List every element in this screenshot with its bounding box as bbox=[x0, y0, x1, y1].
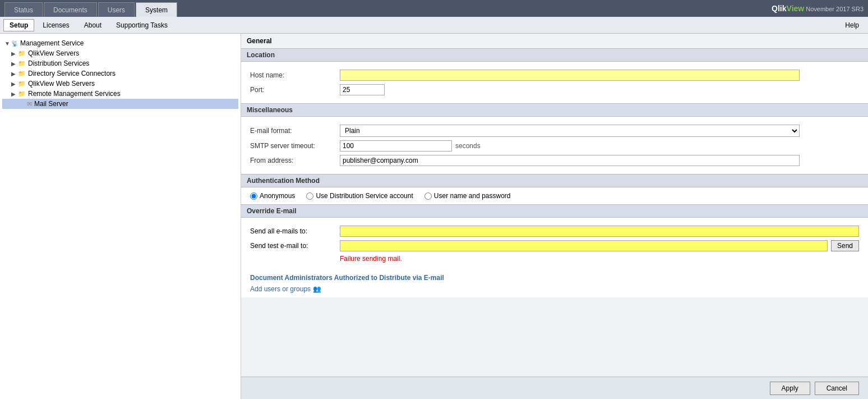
folder-icon-remote-mgmt: 📁 bbox=[18, 90, 26, 98]
location-section-header: Location bbox=[241, 48, 868, 62]
send-all-row: Send all e-mails to: bbox=[250, 226, 859, 237]
folder-icon-qv-servers: 📁 bbox=[18, 50, 26, 57]
brand: QlikView November 2017 SR3 bbox=[772, 4, 864, 13]
smtp-unit: seconds bbox=[455, 142, 481, 150]
doc-admin-title: Document Administrators Authorized to Di… bbox=[250, 274, 859, 282]
hostname-input[interactable] bbox=[340, 70, 800, 81]
tree-expand-remote-mgmt: ▶ bbox=[11, 91, 18, 97]
sub-menu-items: Setup Licenses About Supporting Tasks bbox=[3, 19, 174, 31]
tree-remote-mgmt[interactable]: ▶ 📁 Remote Management Services bbox=[2, 89, 238, 99]
brand-view: View bbox=[787, 4, 805, 13]
from-address-row: From address: bbox=[250, 155, 859, 166]
add-users-icon: 👥 bbox=[313, 285, 321, 293]
main-layout: ▼ 📡 Management Service ▶ 📁 QlikView Serv… bbox=[0, 34, 868, 399]
folder-icon-directory: 📁 bbox=[18, 70, 26, 77]
tree-expand-mail bbox=[20, 101, 27, 107]
tree-distribution[interactable]: ▶ 📁 Distribution Services bbox=[2, 58, 238, 68]
sub-menu-bar: Setup Licenses About Supporting Tasks He… bbox=[0, 17, 868, 34]
port-label: Port: bbox=[250, 86, 340, 94]
misc-form: E-mail format: Plain HTML SMTP server ti… bbox=[241, 117, 868, 174]
send-test-row: Send test e-mail to: Send bbox=[250, 240, 859, 251]
folder-icon-web-servers: 📁 bbox=[18, 80, 26, 88]
failure-text: Failure sending mail. bbox=[250, 255, 859, 263]
email-format-row: E-mail format: Plain HTML bbox=[250, 125, 859, 137]
top-bar: Status Documents Users System QlikView N… bbox=[0, 0, 868, 17]
sub-menu-setup[interactable]: Setup bbox=[3, 19, 34, 31]
folder-icon-distribution: 📁 bbox=[18, 60, 26, 67]
tree-directory-label: Directory Service Connectors bbox=[28, 70, 116, 77]
send-test-input[interactable] bbox=[340, 240, 828, 251]
tree-directory[interactable]: ▶ 📁 Directory Service Connectors bbox=[2, 68, 238, 79]
send-all-label: Send all e-mails to: bbox=[250, 227, 340, 235]
hostname-row: Host name: bbox=[250, 70, 859, 81]
location-form: Host name: Port: bbox=[241, 62, 868, 103]
tab-status[interactable]: Status bbox=[4, 2, 43, 17]
tree-root-label: Management Service bbox=[20, 39, 84, 47]
tree-expand-qv-servers: ▶ bbox=[11, 51, 18, 57]
override-section-header: Override E-mail bbox=[241, 204, 868, 218]
misc-section-header: Miscellaneous bbox=[241, 103, 868, 117]
auth-section-header: Authentication Method bbox=[241, 174, 868, 187]
auth-form: Anonymous Use Distribution Service accou… bbox=[241, 187, 868, 204]
radio-userpass[interactable]: User name and password bbox=[424, 192, 511, 200]
from-address-label: From address: bbox=[250, 157, 340, 164]
tab-system[interactable]: System bbox=[136, 2, 177, 17]
help-link[interactable]: Help bbox=[839, 20, 865, 31]
radio-anonymous-label: Anonymous bbox=[260, 192, 295, 200]
radio-distribution-label: Use Distribution Service account bbox=[316, 192, 413, 200]
email-format-select[interactable]: Plain HTML bbox=[340, 125, 800, 137]
override-form: Send all e-mails to: Send test e-mail to… bbox=[241, 218, 868, 269]
sub-menu-licenses[interactable]: Licenses bbox=[36, 19, 75, 31]
send-all-input[interactable] bbox=[340, 226, 859, 237]
sub-menu-supporting-tasks[interactable]: Supporting Tasks bbox=[110, 19, 174, 31]
sub-menu-about[interactable]: About bbox=[78, 19, 108, 31]
tree-mail-server-label: Mail Server bbox=[34, 100, 68, 108]
tab-documents[interactable]: Documents bbox=[44, 2, 97, 17]
smtp-timeout-label: SMTP server timeout: bbox=[250, 142, 340, 150]
tree-remote-mgmt-label: Remote Management Services bbox=[28, 90, 121, 98]
tree-web-servers[interactable]: ▶ 📁 QlikView Web Servers bbox=[2, 79, 238, 89]
cancel-button[interactable]: Cancel bbox=[815, 382, 859, 395]
content-scroll: General Location Host name: Port: Miscel… bbox=[241, 34, 868, 325]
tree-web-servers-label: QlikView Web Servers bbox=[28, 80, 95, 88]
tree-distribution-label: Distribution Services bbox=[28, 59, 89, 67]
email-format-label: E-mail format: bbox=[250, 127, 340, 135]
general-header: General bbox=[241, 34, 868, 48]
radio-anonymous-input[interactable] bbox=[250, 192, 257, 200]
tree-expand-root: ▼ bbox=[4, 40, 11, 47]
hostname-label: Host name: bbox=[250, 71, 340, 79]
send-test-label: Send test e-mail to: bbox=[250, 242, 340, 250]
brand-qlik: Qlik bbox=[772, 4, 786, 13]
smtp-timeout-row: SMTP server timeout: seconds bbox=[250, 140, 859, 152]
from-address-input[interactable] bbox=[340, 155, 800, 166]
add-users-link[interactable]: Add users or groups 👥 bbox=[250, 285, 859, 293]
port-row: Port: bbox=[250, 84, 859, 95]
add-users-text: Add users or groups bbox=[250, 285, 311, 293]
sidebar: ▼ 📡 Management Service ▶ 📁 QlikView Serv… bbox=[0, 34, 241, 399]
radio-distribution-input[interactable] bbox=[306, 192, 313, 200]
smtp-timeout-input[interactable] bbox=[340, 140, 452, 152]
send-button[interactable]: Send bbox=[831, 240, 859, 251]
content-area: General Location Host name: Port: Miscel… bbox=[241, 34, 868, 399]
tab-users[interactable]: Users bbox=[98, 2, 135, 17]
top-tabs: Status Documents Users System bbox=[4, 0, 178, 17]
doc-admin-section: Document Administrators Authorized to Di… bbox=[241, 269, 868, 297]
tree-root[interactable]: ▼ 📡 Management Service bbox=[2, 38, 238, 48]
tree-expand-web-servers: ▶ bbox=[11, 81, 18, 87]
tree-qv-servers[interactable]: ▶ 📁 QlikView Servers bbox=[2, 48, 238, 58]
tree-qv-servers-label: QlikView Servers bbox=[28, 49, 79, 57]
radio-userpass-label: User name and password bbox=[434, 192, 511, 200]
radio-group: Anonymous Use Distribution Service accou… bbox=[241, 187, 868, 204]
mail-icon: ✉ bbox=[27, 100, 32, 108]
port-input[interactable] bbox=[340, 84, 385, 95]
tree-expand-directory: ▶ bbox=[11, 71, 18, 77]
apply-button[interactable]: Apply bbox=[770, 382, 810, 395]
bottom-bar: Apply Cancel bbox=[241, 377, 868, 399]
tree-mail-server[interactable]: ✉ Mail Server bbox=[2, 99, 238, 109]
wifi-icon: 📡 bbox=[11, 40, 18, 47]
radio-distribution[interactable]: Use Distribution Service account bbox=[306, 192, 413, 200]
radio-anonymous[interactable]: Anonymous bbox=[250, 192, 295, 200]
brand-version: November 2017 SR3 bbox=[804, 6, 864, 12]
tree-expand-distribution: ▶ bbox=[11, 61, 18, 67]
radio-userpass-input[interactable] bbox=[424, 192, 432, 200]
